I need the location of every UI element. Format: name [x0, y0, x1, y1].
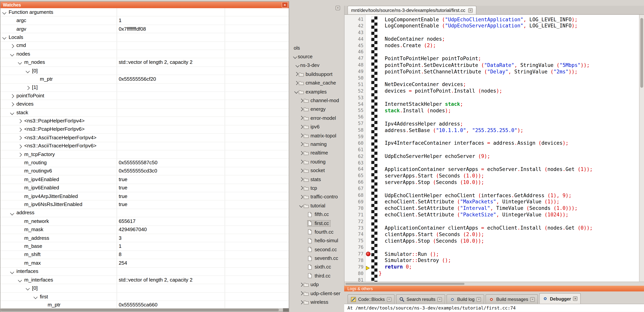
- expander-collapsed-icon[interactable]: [299, 195, 304, 198]
- tree-item-second-cc[interactable]: second.cc: [289, 245, 343, 254]
- code-line[interactable]: 69 echoClient.SetAttribute ("MaxPackets"…: [345, 199, 639, 205]
- watch-row[interactable]: m_mask4294967040: [0, 226, 289, 234]
- code-line[interactable]: 75 clientApps.Stop (Seconds (10.0));: [345, 238, 639, 244]
- expander-collapsed-icon[interactable]: [299, 283, 304, 286]
- close-icon[interactable]: ×: [573, 296, 578, 301]
- scrollbar-thumb[interactable]: [346, 283, 464, 285]
- logs-tab-build-log[interactable]: Build log×: [446, 294, 484, 304]
- code-line[interactable]: 74 clientApps.Start (Seconds (2.0));: [345, 231, 639, 238]
- expander-expanded-icon[interactable]: [293, 55, 298, 58]
- code-area[interactable]: 41 LogComponentEnable ("UdpEchoClientApp…: [345, 15, 644, 282]
- watch-row[interactable]: m_base1: [0, 242, 289, 251]
- expander-expanded-icon[interactable]: [10, 52, 14, 56]
- expander-expanded-icon[interactable]: [10, 211, 14, 215]
- tree-item-cmake-cache[interactable]: cmake_cache: [289, 79, 343, 87]
- code-line[interactable]: 56: [345, 114, 639, 121]
- expander-collapsed-icon[interactable]: [299, 301, 304, 304]
- watch-row[interactable]: interfaces: [0, 268, 289, 276]
- code-line[interactable]: 60 Ipv4InterfaceContainer interfaces = a…: [345, 140, 639, 147]
- watch-row[interactable]: first: [0, 293, 289, 301]
- expander-collapsed-icon[interactable]: [299, 292, 304, 295]
- tree-item-examples[interactable]: examples: [289, 87, 343, 96]
- watch-row[interactable]: <ns3::AsciiTraceHelperForIpv6>: [0, 142, 289, 151]
- expander-collapsed-icon[interactable]: [299, 152, 304, 155]
- code-line[interactable]: 73 ApplicationContainer clientApps = ech…: [345, 225, 639, 231]
- tree-item-realtime[interactable]: realtime: [289, 149, 343, 157]
- expander-collapsed-icon[interactable]: [18, 144, 22, 148]
- tree-item-udp-client-ser[interactable]: udp-client-ser: [289, 289, 343, 298]
- watch-row[interactable]: <ns3::PcapHelperForIpv6>: [0, 125, 289, 134]
- expander-collapsed-icon[interactable]: [18, 136, 22, 140]
- code-line[interactable]: 48 pointToPoint.SetDeviceAttribute ("Dat…: [345, 62, 639, 68]
- tree-item-channel-mod[interactable]: channel-mod: [289, 96, 343, 105]
- code-line[interactable]: 51 NetDeviceContainer devices;: [345, 81, 639, 88]
- tree-item-first-cc[interactable]: first.cc: [289, 219, 343, 228]
- code-line[interactable]: 42 LogComponentEnable ("UdpEchoServerApp…: [345, 23, 639, 29]
- watch-row[interactable]: stack: [0, 109, 289, 117]
- tree-item-buildsupport[interactable]: buildsupport: [289, 70, 343, 79]
- breakpoint-icon[interactable]: [366, 252, 370, 256]
- watch-row[interactable]: <ns3::AsciiTraceHelperForIpv4>: [0, 134, 289, 142]
- logs-tab-search-results[interactable]: Search results×: [396, 294, 445, 304]
- watch-row[interactable]: devices: [0, 100, 289, 109]
- code-line[interactable]: 61: [345, 147, 639, 153]
- code-line[interactable]: 59: [345, 134, 639, 140]
- tree-item-socket[interactable]: socket: [289, 166, 343, 175]
- code-line[interactable]: 79 return 0;: [345, 264, 639, 270]
- tree-item-source[interactable]: source: [289, 52, 343, 61]
- expander-collapsed-icon[interactable]: [299, 134, 304, 137]
- watch-row[interactable]: m_address3: [0, 234, 289, 242]
- expander-expanded-icon[interactable]: [34, 295, 38, 299]
- code-line[interactable]: 45 nodes.Create (2);: [345, 42, 639, 49]
- code-line[interactable]: 58 address.SetBase ("10.1.1.0", "255.255…: [345, 127, 639, 134]
- watch-row[interactable]: argv0x7fffffffdf08: [0, 25, 289, 33]
- close-icon[interactable]: ×: [387, 297, 392, 302]
- watch-row[interactable]: m_nodesstd::vector of length 2, capacity…: [0, 58, 289, 67]
- code-line[interactable]: 68 UdpEchoClientHelper echoClient (inter…: [345, 192, 639, 199]
- watch-row[interactable]: [0]: [0, 284, 289, 293]
- expander-collapsed-icon[interactable]: [299, 178, 304, 181]
- watch-row[interactable]: m_network655617: [0, 217, 289, 226]
- expander-collapsed-icon[interactable]: [10, 94, 14, 98]
- expander-expanded-icon[interactable]: [2, 10, 6, 14]
- expander-collapsed-icon[interactable]: [26, 86, 30, 90]
- expander-collapsed-icon[interactable]: [299, 99, 304, 102]
- expander-collapsed-icon[interactable]: [18, 128, 22, 132]
- scrollbar-thumb[interactable]: [0, 309, 279, 311]
- tree-item-fourth-cc[interactable]: fourth.cc: [289, 228, 343, 236]
- editor-tab[interactable]: mnt/dev/tools/source/ns-3-dev/examples/t…: [348, 6, 476, 14]
- expander-collapsed-icon[interactable]: [10, 44, 14, 48]
- tree-item-udp[interactable]: udp: [289, 280, 343, 289]
- watch-row[interactable]: argc1: [0, 16, 289, 25]
- expander-expanded-icon[interactable]: [26, 69, 30, 73]
- code-line[interactable]: 62 UdpEchoServerHelper echoServer (9);: [345, 153, 639, 160]
- watch-row[interactable]: pointToPoint: [0, 92, 289, 100]
- code-line[interactable]: 72: [345, 218, 639, 225]
- code-line[interactable]: 54 InternetStackHelper stack;: [345, 101, 639, 108]
- expander-collapsed-icon[interactable]: [294, 81, 299, 84]
- watch-row[interactable]: m_tcpFactory: [0, 151, 289, 159]
- tree-item-tcp[interactable]: tcp: [289, 184, 343, 193]
- code-line[interactable]: 43: [345, 29, 639, 36]
- watch-row[interactable]: Function arguments: [0, 8, 289, 17]
- editor-horizontal-scrollbar[interactable]: [345, 282, 644, 286]
- expander-collapsed-icon[interactable]: [18, 153, 22, 157]
- expander-expanded-icon[interactable]: [18, 278, 22, 282]
- code-line[interactable]: 81: [345, 277, 639, 282]
- watch-row[interactable]: m_ptr0x5555555ca660: [0, 301, 289, 308]
- code-line[interactable]: 63: [345, 160, 639, 166]
- expander-collapsed-icon[interactable]: [299, 125, 304, 128]
- code-line[interactable]: 44 NodeContainer nodes;: [345, 36, 639, 42]
- expander-expanded-icon[interactable]: [10, 270, 14, 274]
- tree-item-stats[interactable]: stats: [289, 175, 343, 184]
- expander-collapsed-icon[interactable]: [299, 108, 304, 111]
- code-line[interactable]: 67: [345, 186, 639, 192]
- watch-row[interactable]: m_routingv60x5555555cd3c0: [0, 167, 289, 175]
- tree-item-error-model[interactable]: error-model: [289, 114, 343, 123]
- watch-row[interactable]: m_routing0x555555587c50: [0, 159, 289, 167]
- expander-expanded-icon[interactable]: [299, 204, 304, 207]
- watch-row[interactable]: m_max254: [0, 259, 289, 268]
- watch-row[interactable]: cmd: [0, 42, 289, 50]
- expander-collapsed-icon[interactable]: [294, 73, 299, 76]
- watch-row[interactable]: address: [0, 209, 289, 217]
